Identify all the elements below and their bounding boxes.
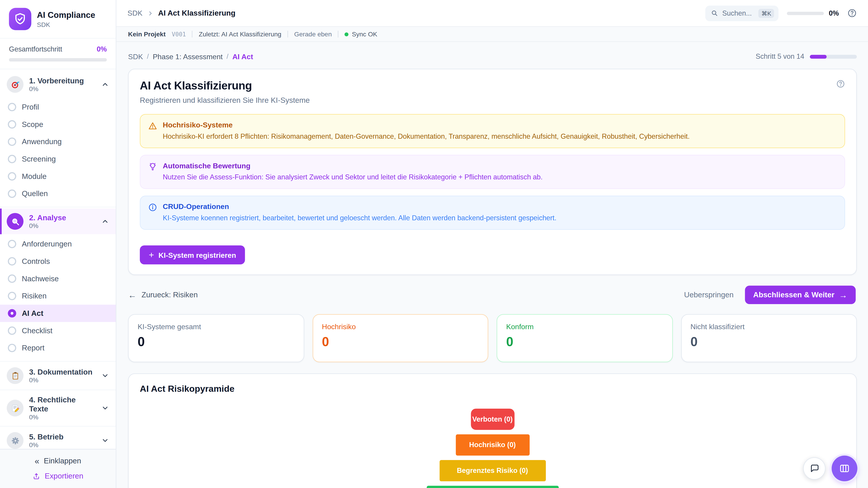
export-button[interactable]: Exportieren <box>32 472 83 480</box>
section-label: 4. Rechtliche Texte <box>29 396 96 413</box>
topbar: SDK AI Act Klassifizierung ⌘K 0% <box>116 0 868 27</box>
chevron-down-icon <box>101 404 109 412</box>
sidebar-item-anforderungen[interactable]: Anforderungen <box>0 235 116 253</box>
info-icon <box>148 203 157 212</box>
sync-status: Sync OK <box>345 31 377 37</box>
pyramid-level-verboten: Verboten (0) <box>471 409 514 430</box>
pyramid-level-minimales-risiko: Minimales Risiko (0) <box>427 486 559 488</box>
item-label: Anforderungen <box>22 240 72 248</box>
skip-button[interactable]: Ueberspringen <box>684 291 734 299</box>
pyramid-title: AI Act Risikopyramide <box>140 384 845 394</box>
workflow-crumb-root[interactable]: SDK <box>128 52 143 61</box>
section-header-rechtliche-texte[interactable]: 4. Rechtliche Texte 0% <box>0 391 116 425</box>
item-label: Module <box>22 172 46 181</box>
page-title: AI Act Klassifizierung <box>140 79 252 92</box>
panel-toggle-button[interactable] <box>832 455 857 481</box>
section-header-dokumentation[interactable]: 3. Dokumentation 0% <box>0 363 116 389</box>
topbar-right: ⌘K 0% <box>706 5 857 21</box>
sidebar-item-report[interactable]: Report <box>0 339 116 357</box>
section-header-vorbereitung[interactable]: 1. Vorbereitung 0% <box>0 72 116 97</box>
item-label: Nachweise <box>22 274 59 283</box>
section-dokumentation: 3. Dokumentation 0% <box>0 362 116 390</box>
stat-value: 0 <box>322 335 479 350</box>
sidebar-item-checklist[interactable]: Checklist <box>0 322 116 339</box>
sidebar-item-risiken[interactable]: Risiken <box>0 287 116 305</box>
sidebar-item-screening[interactable]: Screening <box>0 151 116 168</box>
search-box[interactable]: ⌘K <box>706 5 778 21</box>
intro-card: AI Act Klassifizierung Registrieren und … <box>128 69 857 275</box>
alert-title: CRUD-Operationen <box>163 202 557 211</box>
intro-title-row: AI Act Klassifizierung <box>140 79 845 92</box>
sidebar-item-scope[interactable]: Scope <box>0 116 116 133</box>
sidebar-item-nachweise[interactable]: Nachweise <box>0 270 116 287</box>
stat-value: 0 <box>506 335 663 350</box>
arrow-right-icon: → <box>839 291 847 299</box>
help-icon[interactable] <box>847 8 857 18</box>
sidebar-item-quellen[interactable]: Quellen <box>0 185 116 202</box>
stats-row: KI-Systeme gesamt 0 Hochrisiko 0 Konform… <box>128 314 857 362</box>
chevron-up-icon <box>101 217 109 225</box>
floating-buttons <box>803 455 857 481</box>
columns-icon <box>839 463 850 474</box>
radio-selected-icon <box>8 309 16 318</box>
item-label: Screening <box>22 155 56 163</box>
next-label: Abschliessen & Weiter <box>753 291 835 299</box>
radio-icon <box>8 190 16 198</box>
radio-icon <box>8 138 16 146</box>
search-icon <box>711 9 718 17</box>
sidebar-item-anwendung[interactable]: Anwendung <box>0 133 116 151</box>
alert-hochrisiko: Hochrisiko-Systeme Hochrisiko-KI erforde… <box>140 114 845 148</box>
section-items: Profil Scope Anwendung Screening Module … <box>0 97 116 206</box>
step-label: Schritt 5 von 14 <box>756 53 804 61</box>
double-chevron-left-icon: « <box>35 457 39 465</box>
divider: / <box>226 53 228 61</box>
sidebar-item-profil[interactable]: Profil <box>0 98 116 116</box>
chat-button[interactable] <box>803 457 826 480</box>
complete-next-button[interactable]: Abschliessen & Weiter → <box>745 286 856 304</box>
sidebar-item-ai-act[interactable]: AI Act <box>0 304 116 322</box>
alert-body: Hochrisiko-KI erfordert 8 Pflichten: Ris… <box>163 131 690 141</box>
app-window: AI Compliance SDK Gesamtfortschritt 0% <box>0 0 868 488</box>
radio-icon <box>8 344 16 352</box>
sidebar-item-module[interactable]: Module <box>0 168 116 185</box>
section-label: 2. Analyse <box>29 213 66 222</box>
stat-value: 0 <box>138 335 294 350</box>
breadcrumb: SDK AI Act Klassifizierung <box>127 9 236 18</box>
breadcrumb-root[interactable]: SDK <box>127 9 143 18</box>
app-logo <box>9 8 31 30</box>
sync-status-dot <box>345 32 348 36</box>
sidebar-item-controls[interactable]: Controls <box>0 253 116 270</box>
workflow-crumb-phase[interactable]: Phase 1: Assessment <box>153 52 223 61</box>
help-icon[interactable] <box>836 79 845 88</box>
section-header-analyse[interactable]: 2. Analyse 0% <box>0 208 116 234</box>
collapse-label: Einklappen <box>44 457 81 465</box>
section-progress: 0% <box>29 442 64 449</box>
chat-bubble-icon <box>809 463 819 474</box>
gear-icon <box>7 432 24 449</box>
step-progress: Schritt 5 von 14 <box>756 53 857 61</box>
search-input[interactable] <box>722 9 755 17</box>
shield-check-icon <box>13 12 27 26</box>
section-items: Anforderungen Controls Nachweise Risiken… <box>0 234 116 360</box>
section-betrieb: 5. Betrieb 0% <box>0 427 116 449</box>
collapse-sidebar-button[interactable]: « Einklappen <box>35 457 81 465</box>
lightbulb-icon <box>148 162 157 171</box>
register-system-button[interactable]: + KI-System registrieren <box>140 246 245 265</box>
section-header-betrieb[interactable]: 5. Betrieb 0% <box>0 428 116 449</box>
topbar-progress: 0% <box>787 9 839 17</box>
radio-icon <box>8 257 16 265</box>
section-rechtliche-texte: 4. Rechtliche Texte 0% <box>0 390 116 427</box>
item-label: AI Act <box>22 309 43 318</box>
chevron-right-icon <box>147 10 154 17</box>
warning-icon <box>148 121 157 130</box>
section-progress: 0% <box>29 223 66 229</box>
statusbar: Kein Projekt V001 Zuletzt: AI Act Klassi… <box>116 27 868 42</box>
radio-icon <box>8 172 16 181</box>
pyramid-level-begrenztes-risiko: Begrenztes Risiko (0) <box>439 460 546 482</box>
item-label: Anwendung <box>22 138 61 146</box>
upload-icon <box>32 472 40 480</box>
plus-icon: + <box>149 251 154 260</box>
alert-title: Hochrisiko-Systeme <box>163 121 690 129</box>
radio-icon <box>8 292 16 300</box>
back-button[interactable]: ← Zurueck: Risiken <box>128 291 198 299</box>
